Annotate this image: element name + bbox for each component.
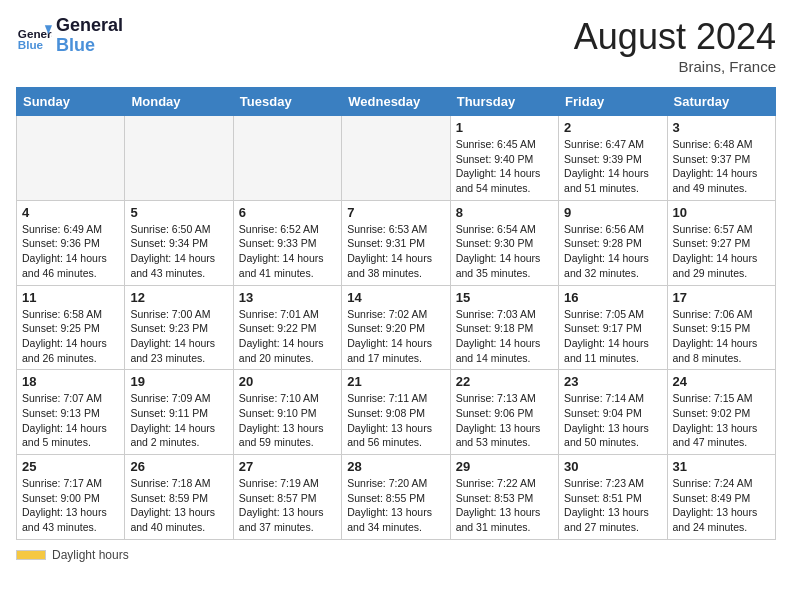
day-info: Sunrise: 7:18 AM Sunset: 8:59 PM Dayligh… <box>130 476 227 535</box>
day-info: Sunrise: 7:17 AM Sunset: 9:00 PM Dayligh… <box>22 476 119 535</box>
calendar-day-cell: 31Sunrise: 7:24 AM Sunset: 8:49 PM Dayli… <box>667 455 775 540</box>
calendar-day-cell: 28Sunrise: 7:20 AM Sunset: 8:55 PM Dayli… <box>342 455 450 540</box>
day-info: Sunrise: 7:10 AM Sunset: 9:10 PM Dayligh… <box>239 391 336 450</box>
calendar-day-cell: 2Sunrise: 6:47 AM Sunset: 9:39 PM Daylig… <box>559 116 667 201</box>
calendar-week-row: 11Sunrise: 6:58 AM Sunset: 9:25 PM Dayli… <box>17 285 776 370</box>
day-info: Sunrise: 6:58 AM Sunset: 9:25 PM Dayligh… <box>22 307 119 366</box>
day-number: 31 <box>673 459 770 474</box>
day-number: 27 <box>239 459 336 474</box>
calendar-day-cell: 23Sunrise: 7:14 AM Sunset: 9:04 PM Dayli… <box>559 370 667 455</box>
calendar-day-cell: 8Sunrise: 6:54 AM Sunset: 9:30 PM Daylig… <box>450 200 558 285</box>
svg-text:Blue: Blue <box>18 37 44 50</box>
day-number: 8 <box>456 205 553 220</box>
day-number: 7 <box>347 205 444 220</box>
day-info: Sunrise: 6:49 AM Sunset: 9:36 PM Dayligh… <box>22 222 119 281</box>
day-number: 23 <box>564 374 661 389</box>
calendar-table: SundayMondayTuesdayWednesdayThursdayFrid… <box>16 87 776 540</box>
day-info: Sunrise: 7:15 AM Sunset: 9:02 PM Dayligh… <box>673 391 770 450</box>
day-number: 18 <box>22 374 119 389</box>
calendar-day-cell: 9Sunrise: 6:56 AM Sunset: 9:28 PM Daylig… <box>559 200 667 285</box>
weekday-header-cell: Saturday <box>667 88 775 116</box>
day-number: 9 <box>564 205 661 220</box>
location-subtitle: Brains, France <box>574 58 776 75</box>
day-number: 21 <box>347 374 444 389</box>
header: General Blue GeneralBlue August 2024 Bra… <box>16 16 776 75</box>
day-info: Sunrise: 7:20 AM Sunset: 8:55 PM Dayligh… <box>347 476 444 535</box>
day-number: 17 <box>673 290 770 305</box>
calendar-day-cell: 30Sunrise: 7:23 AM Sunset: 8:51 PM Dayli… <box>559 455 667 540</box>
calendar-day-cell: 11Sunrise: 6:58 AM Sunset: 9:25 PM Dayli… <box>17 285 125 370</box>
day-number: 12 <box>130 290 227 305</box>
day-info: Sunrise: 7:14 AM Sunset: 9:04 PM Dayligh… <box>564 391 661 450</box>
weekday-header-cell: Monday <box>125 88 233 116</box>
calendar-day-cell: 3Sunrise: 6:48 AM Sunset: 9:37 PM Daylig… <box>667 116 775 201</box>
logo-icon: General Blue <box>16 18 52 54</box>
calendar-week-row: 18Sunrise: 7:07 AM Sunset: 9:13 PM Dayli… <box>17 370 776 455</box>
day-number: 1 <box>456 120 553 135</box>
day-number: 3 <box>673 120 770 135</box>
day-number: 15 <box>456 290 553 305</box>
calendar-day-cell: 29Sunrise: 7:22 AM Sunset: 8:53 PM Dayli… <box>450 455 558 540</box>
day-number: 4 <box>22 205 119 220</box>
day-info: Sunrise: 7:13 AM Sunset: 9:06 PM Dayligh… <box>456 391 553 450</box>
day-number: 19 <box>130 374 227 389</box>
weekday-header-cell: Sunday <box>17 88 125 116</box>
calendar-day-cell: 5Sunrise: 6:50 AM Sunset: 9:34 PM Daylig… <box>125 200 233 285</box>
calendar-day-cell: 15Sunrise: 7:03 AM Sunset: 9:18 PM Dayli… <box>450 285 558 370</box>
calendar-day-cell: 1Sunrise: 6:45 AM Sunset: 9:40 PM Daylig… <box>450 116 558 201</box>
day-number: 6 <box>239 205 336 220</box>
day-info: Sunrise: 6:53 AM Sunset: 9:31 PM Dayligh… <box>347 222 444 281</box>
day-info: Sunrise: 7:23 AM Sunset: 8:51 PM Dayligh… <box>564 476 661 535</box>
calendar-day-cell: 4Sunrise: 6:49 AM Sunset: 9:36 PM Daylig… <box>17 200 125 285</box>
weekday-header-cell: Friday <box>559 88 667 116</box>
day-info: Sunrise: 7:07 AM Sunset: 9:13 PM Dayligh… <box>22 391 119 450</box>
day-info: Sunrise: 6:45 AM Sunset: 9:40 PM Dayligh… <box>456 137 553 196</box>
calendar-day-cell: 17Sunrise: 7:06 AM Sunset: 9:15 PM Dayli… <box>667 285 775 370</box>
calendar-day-cell <box>125 116 233 201</box>
footer-note: Daylight hours <box>16 548 776 562</box>
day-info: Sunrise: 7:00 AM Sunset: 9:23 PM Dayligh… <box>130 307 227 366</box>
calendar-body: 1Sunrise: 6:45 AM Sunset: 9:40 PM Daylig… <box>17 116 776 540</box>
day-number: 16 <box>564 290 661 305</box>
day-info: Sunrise: 7:01 AM Sunset: 9:22 PM Dayligh… <box>239 307 336 366</box>
calendar-day-cell: 25Sunrise: 7:17 AM Sunset: 9:00 PM Dayli… <box>17 455 125 540</box>
day-info: Sunrise: 6:57 AM Sunset: 9:27 PM Dayligh… <box>673 222 770 281</box>
calendar-day-cell: 16Sunrise: 7:05 AM Sunset: 9:17 PM Dayli… <box>559 285 667 370</box>
calendar-day-cell <box>17 116 125 201</box>
daylight-label: Daylight hours <box>52 548 129 562</box>
day-number: 14 <box>347 290 444 305</box>
day-number: 10 <box>673 205 770 220</box>
title-block: August 2024 Brains, France <box>574 16 776 75</box>
calendar-day-cell: 7Sunrise: 6:53 AM Sunset: 9:31 PM Daylig… <box>342 200 450 285</box>
calendar-week-row: 4Sunrise: 6:49 AM Sunset: 9:36 PM Daylig… <box>17 200 776 285</box>
calendar-day-cell <box>342 116 450 201</box>
day-info: Sunrise: 7:03 AM Sunset: 9:18 PM Dayligh… <box>456 307 553 366</box>
weekday-header-cell: Thursday <box>450 88 558 116</box>
calendar-day-cell: 12Sunrise: 7:00 AM Sunset: 9:23 PM Dayli… <box>125 285 233 370</box>
day-info: Sunrise: 7:06 AM Sunset: 9:15 PM Dayligh… <box>673 307 770 366</box>
day-number: 22 <box>456 374 553 389</box>
day-number: 2 <box>564 120 661 135</box>
calendar-day-cell: 6Sunrise: 6:52 AM Sunset: 9:33 PM Daylig… <box>233 200 341 285</box>
day-info: Sunrise: 7:11 AM Sunset: 9:08 PM Dayligh… <box>347 391 444 450</box>
calendar-day-cell: 18Sunrise: 7:07 AM Sunset: 9:13 PM Dayli… <box>17 370 125 455</box>
weekday-header-cell: Tuesday <box>233 88 341 116</box>
weekday-header-row: SundayMondayTuesdayWednesdayThursdayFrid… <box>17 88 776 116</box>
day-info: Sunrise: 6:48 AM Sunset: 9:37 PM Dayligh… <box>673 137 770 196</box>
day-number: 26 <box>130 459 227 474</box>
day-info: Sunrise: 7:24 AM Sunset: 8:49 PM Dayligh… <box>673 476 770 535</box>
day-number: 5 <box>130 205 227 220</box>
day-info: Sunrise: 7:22 AM Sunset: 8:53 PM Dayligh… <box>456 476 553 535</box>
day-number: 30 <box>564 459 661 474</box>
day-info: Sunrise: 7:05 AM Sunset: 9:17 PM Dayligh… <box>564 307 661 366</box>
calendar-week-row: 1Sunrise: 6:45 AM Sunset: 9:40 PM Daylig… <box>17 116 776 201</box>
calendar-day-cell: 22Sunrise: 7:13 AM Sunset: 9:06 PM Dayli… <box>450 370 558 455</box>
day-number: 24 <box>673 374 770 389</box>
calendar-day-cell: 14Sunrise: 7:02 AM Sunset: 9:20 PM Dayli… <box>342 285 450 370</box>
calendar-day-cell: 19Sunrise: 7:09 AM Sunset: 9:11 PM Dayli… <box>125 370 233 455</box>
day-info: Sunrise: 6:50 AM Sunset: 9:34 PM Dayligh… <box>130 222 227 281</box>
daylight-bar-icon <box>16 550 46 560</box>
day-info: Sunrise: 6:47 AM Sunset: 9:39 PM Dayligh… <box>564 137 661 196</box>
day-number: 28 <box>347 459 444 474</box>
logo: General Blue GeneralBlue <box>16 16 123 56</box>
